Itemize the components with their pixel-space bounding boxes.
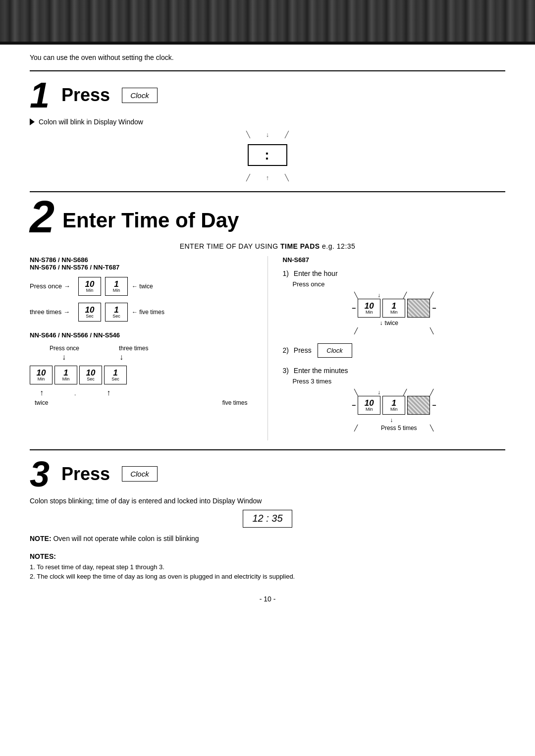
press-once-label: Press once → <box>30 282 74 290</box>
three-times-label: three times → <box>30 308 74 316</box>
notes-section: NOTES: 1. To reset time of day, repeat s… <box>30 552 505 580</box>
arrow-right-icon <box>30 118 35 125</box>
pad-1min-s687-3: 1 Min <box>382 396 405 415</box>
pad-1min-s646: 1 Min <box>54 366 77 384</box>
diag-arrows-bottom: ╱↑╲ <box>246 174 289 181</box>
right-column: NN-S687 1) Enter the hour Press once <box>268 256 506 440</box>
step1-clock-button: Clock <box>122 88 158 103</box>
colon-stopped-text: Colon stops blinking; time of day is ent… <box>30 497 505 505</box>
s687-pad-diagram-3: ╲↓╱╱ − 10 Min 1 Min <box>283 389 506 432</box>
intro-text: You can use the oven without setting the… <box>30 54 505 61</box>
step3-title: Press <box>61 464 110 485</box>
time-display-box: 12 : 35 <box>243 510 292 528</box>
page-number: - 10 - <box>30 595 505 613</box>
step3-header: 3 Press Clock <box>30 456 505 492</box>
s687-pads-row1: − 10 Min 1 Min <box>352 299 436 318</box>
page-container: You can use the oven without setting the… <box>0 0 535 756</box>
s646-model-label: NN-S646 / NN-S566 / NN-S546 <box>30 331 253 339</box>
left-column: NN-S786 / NN-S686 NN-S676 / NN-S576 / NN… <box>30 256 268 440</box>
note-item-1: 1. To reset time of day, repeat step 1 t… <box>30 563 505 571</box>
step2-section: 2 Enter Time of Day <box>30 191 505 236</box>
s687-pad-diagram-1: ╲↓╱╱ − 10 Min 1 Min <box>283 292 506 334</box>
pad-1sec-s646: 1 Sec <box>104 366 127 384</box>
step2-clock-button-s687: Clock <box>318 343 352 358</box>
nn-s687-step3-label: 3) Enter the minutes <box>283 367 506 375</box>
step2-title: Enter Time of Day <box>62 209 239 232</box>
two-column-layout: NN-S786 / NN-S686 NN-S676 / NN-S576 / NN… <box>30 256 505 440</box>
pad-10min-s687-1: 10 Min <box>358 299 380 318</box>
diag-arrows-top: ╲↓╱ <box>246 131 289 138</box>
step3-number: 3 <box>30 456 50 492</box>
four-pads-row: 10 Min 1 Min 10 Sec 1 Se <box>30 366 253 384</box>
twice-label: ← twice <box>132 283 153 290</box>
step1-title: Press <box>61 85 110 106</box>
nn-s687-step2: 2) Press Clock <box>283 343 506 358</box>
pad-10min-s646: 10 Min <box>30 366 53 384</box>
main-content: You can use the oven without setting the… <box>0 45 535 633</box>
press-once-row: Press once → 10 Min 1 Min ← twice <box>30 277 253 296</box>
twice-fivetimes-labels: twice five times <box>30 399 253 406</box>
shaded-pad-3 <box>407 396 430 415</box>
step1-note-text: Colon will blink in Display Window <box>39 118 143 126</box>
note-text: NOTE: Oven will not operate while colon … <box>30 535 505 542</box>
three-times-row: three times → 10 Sec 1 Sec ← five times <box>30 303 253 322</box>
s646-press-once-label: Press once <box>50 345 79 352</box>
s646-three-times-label: three times <box>119 345 148 352</box>
step1-number: 1 <box>30 77 50 113</box>
nn-s687-model-label: NN-S687 <box>283 256 506 264</box>
pad-1min-1: 1 Min <box>105 277 128 296</box>
notes-list: 1. To reset time of day, repeat step 1 t… <box>30 563 505 580</box>
step2-number: 2 <box>30 198 54 236</box>
nn-s687-steps: 1) Enter the hour Press once ╲↓╱╱ − <box>283 270 506 432</box>
note-item-2: 2. The clock will keep the time of day a… <box>30 573 505 580</box>
pad-10min-1: 10 Min <box>78 277 101 296</box>
pad-10min-s687-3: 10 Min <box>358 396 380 415</box>
s646-section: NN-S646 / NN-S566 / NN-S546 Press once t… <box>30 331 253 406</box>
nn-s687-step1-label: 1) Enter the hour <box>283 270 506 277</box>
header-image <box>0 0 535 45</box>
step3-section: 3 Press Clock Colon stops blinking; time… <box>30 449 505 542</box>
nn-s687-step1: 1) Enter the hour Press once ╲↓╱╱ − <box>283 270 506 334</box>
five-times-label: ← five times <box>132 309 164 316</box>
pad-1min-s687-1: 1 Min <box>382 299 405 318</box>
shaded-pad-1 <box>407 299 430 318</box>
colon-symbol: : <box>265 147 270 163</box>
pad-10sec-s646: 10 Sec <box>79 366 102 384</box>
pad-10sec-1: 10 Sec <box>78 303 101 322</box>
step3-clock-button: Clock <box>122 466 158 482</box>
model-label-s786: NN-S786 / NN-S686 NN-S676 / NN-S576 / NN… <box>30 256 253 271</box>
s687-pads-row3: − 10 Min 1 Min − <box>352 396 436 415</box>
enter-time-header: ENTER TIME OF DAY USING TIME PADS e.g. 1… <box>30 242 505 250</box>
nn-s687-step2-label: 2) Press Clock <box>283 343 506 358</box>
nn-s687-step3: 3) Enter the minutes Press 3 times ╲↓╱╱ … <box>283 367 506 432</box>
pad-1sec-1: 1 Sec <box>105 303 128 322</box>
step1-header: 1 Press Clock <box>30 77 505 113</box>
step1-section: 1 Press Clock Colon will blink in Displa… <box>30 70 505 181</box>
notes-title: NOTES: <box>30 552 505 560</box>
colon-display-box: : <box>248 144 287 166</box>
step1-note: Colon will blink in Display Window <box>30 118 505 126</box>
